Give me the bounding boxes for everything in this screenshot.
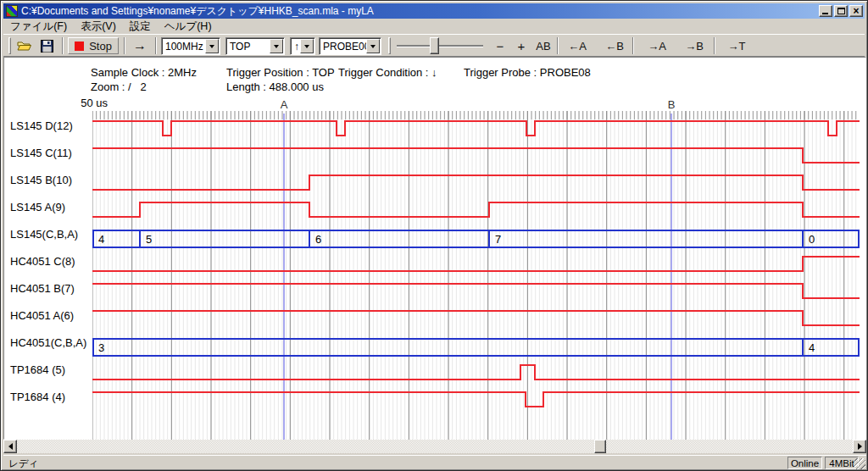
- slider-handle[interactable]: [430, 37, 439, 54]
- menu-view[interactable]: 表示(V): [74, 19, 123, 35]
- menu-bar: ファイル(F) 表示(V) 設定 ヘルプ(H): [3, 19, 865, 34]
- sample-clock-text: Sample Clock : 2MHz: [91, 66, 197, 79]
- stop-icon: [75, 42, 84, 51]
- goto-marker-b-left-button[interactable]: ←B: [602, 37, 627, 54]
- waveform-plot[interactable]: AB4567034: [92, 97, 863, 441]
- open-folder-icon: [17, 40, 32, 52]
- signal-label: HC4051 C(8): [10, 255, 92, 269]
- signal-label: TP1684 (5): [10, 363, 92, 377]
- clock-select[interactable]: 100MHz: [161, 37, 220, 55]
- signal-label: TP1684 (4): [10, 391, 92, 404]
- chevron-down-icon[interactable]: [205, 39, 219, 53]
- minimize-icon: [822, 13, 828, 14]
- goto-trigger-button[interactable]: →T: [724, 37, 749, 54]
- app-window: C:¥Documents and Settings¥noname¥デスクトップ¥…: [0, 0, 868, 471]
- toolbar-separator: [124, 37, 125, 54]
- bus-value: 6: [315, 233, 321, 246]
- marker-a-label: A: [281, 98, 288, 111]
- probe-value: PROBE00: [320, 41, 366, 53]
- zoom-slider[interactable]: [397, 37, 483, 54]
- zoom-text: Zoom : / 2: [91, 80, 147, 93]
- title-bar: C:¥Documents and Settings¥noname¥デスクトップ¥…: [3, 3, 865, 19]
- length-text: Length : 488.000 us: [226, 80, 324, 93]
- goto-marker-a-right-button[interactable]: →A: [644, 37, 670, 54]
- status-online-badge: Online: [787, 457, 822, 469]
- chevron-down-icon[interactable]: [300, 39, 314, 53]
- probe-select[interactable]: PROBE00: [319, 37, 381, 55]
- close-icon: ×: [850, 4, 862, 18]
- save-button[interactable]: [37, 37, 56, 54]
- goto-marker-b-right-button[interactable]: →B: [682, 37, 707, 54]
- menu-help[interactable]: ヘルプ(H): [158, 19, 219, 35]
- trigger-probe-text: Trigger Probe : PROBE08: [464, 66, 591, 79]
- trigger-position-select[interactable]: TOP: [225, 37, 285, 55]
- clock-value: 100MHz: [162, 41, 205, 53]
- maximize-button[interactable]: [834, 5, 848, 17]
- trigger-position-text: Trigger Position : TOP: [226, 66, 335, 79]
- slider-track: [397, 45, 483, 47]
- signal-label: LS145 C(11): [10, 147, 92, 160]
- signal-label: HC4051 A(6): [10, 309, 92, 323]
- signal-label: LS145 B(10): [10, 174, 92, 187]
- goto-marker-a-left-button[interactable]: ←A: [565, 37, 590, 54]
- toolbar-grip: [8, 37, 11, 54]
- stop-button[interactable]: Stop: [68, 37, 119, 54]
- window-title: C:¥Documents and Settings¥noname¥デスクトップ¥…: [21, 4, 817, 19]
- signal-label: HC4051(C,B,A): [10, 336, 92, 350]
- status-bar: レディ Online 4MBit: [3, 455, 866, 469]
- stop-label: Stop: [89, 40, 112, 53]
- signal-label: LS145 A(9): [10, 201, 92, 214]
- save-floppy-icon: [41, 40, 53, 53]
- open-file-button[interactable]: [15, 37, 34, 54]
- scroll-left-button[interactable]: [3, 440, 17, 453]
- scroll-right-button[interactable]: [853, 440, 866, 453]
- app-icon: [6, 5, 18, 17]
- toolbar: Stop → 100MHz TOP ↑ PROBE00 − + AB ←: [3, 34, 865, 57]
- maximize-icon: [837, 8, 845, 14]
- bus-value: 4: [98, 233, 104, 246]
- zoom-in-button[interactable]: +: [513, 37, 530, 54]
- chevron-down-icon[interactable]: [270, 39, 283, 53]
- triangle-left-icon: [5, 443, 13, 450]
- toolbar-separator: [632, 37, 634, 54]
- marker-b-label: B: [668, 98, 676, 111]
- signal-label: LS145(C,B,A): [10, 228, 92, 241]
- bus-value: 3: [98, 341, 104, 354]
- signal-label: LS145 D(12): [10, 119, 92, 133]
- trigger-edge-select[interactable]: ↑: [290, 37, 315, 55]
- triangle-right-icon: [858, 443, 865, 450]
- menu-file[interactable]: ファイル(F): [3, 19, 74, 35]
- trigger-condition-text: Trigger Condition : ↓: [338, 66, 437, 79]
- bus-value: 7: [495, 233, 501, 246]
- status-ready-text: レディ: [8, 457, 38, 470]
- toolbar-separator: [714, 37, 715, 54]
- chevron-down-icon[interactable]: [366, 39, 380, 53]
- toolbar-separator: [62, 37, 64, 54]
- trigger-edge-value: ↑: [291, 41, 300, 53]
- toolbar-separator: [155, 37, 157, 54]
- bus-value: 5: [146, 233, 152, 246]
- toolbar-separator: [557, 37, 559, 54]
- scrollbar-thumb[interactable]: [594, 440, 606, 453]
- close-button[interactable]: ×: [849, 5, 863, 17]
- bus-value: 4: [809, 341, 815, 354]
- status-memory-badge: 4MBit: [825, 457, 859, 469]
- ab-range-button[interactable]: AB: [532, 37, 554, 54]
- run-button[interactable]: →: [129, 37, 151, 54]
- horizontal-scrollbar[interactable]: [3, 440, 866, 453]
- toolbar-grip: [388, 37, 391, 54]
- signal-labels-column: LS145 D(12)LS145 C(11)LS145 B(10)LS145 A…: [4, 58, 92, 439]
- minimize-button[interactable]: [819, 5, 832, 17]
- signal-label: HC4051 B(7): [10, 282, 92, 296]
- waveform-view: Sample Clock : 2MHz Trigger Position : T…: [3, 57, 866, 440]
- resize-grip[interactable]: [854, 458, 865, 469]
- menu-settings[interactable]: 設定: [123, 19, 158, 35]
- zoom-out-button[interactable]: −: [492, 37, 509, 54]
- trigger-position-value: TOP: [226, 41, 270, 53]
- bus-value: 0: [809, 233, 815, 246]
